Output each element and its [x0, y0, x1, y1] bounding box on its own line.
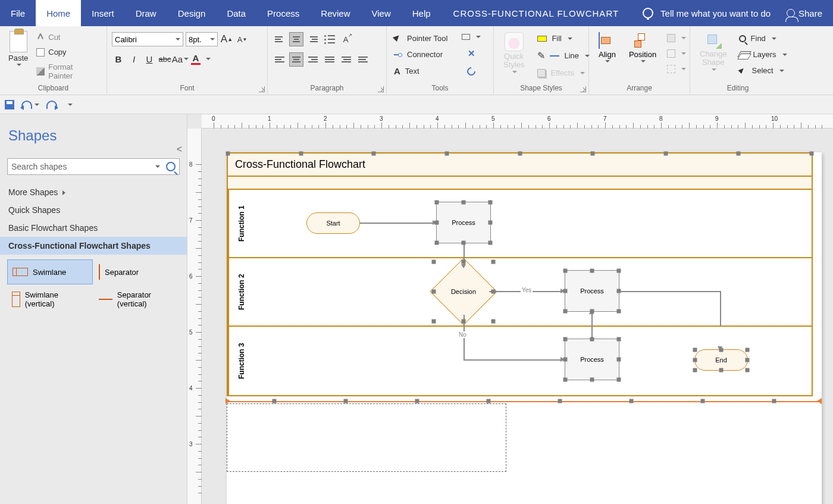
bring-front-button[interactable] [665, 32, 688, 44]
align-top-right-button[interactable] [306, 32, 320, 46]
justify-button[interactable] [322, 52, 337, 67]
bullets-button[interactable] [322, 32, 337, 46]
align-center-button[interactable] [289, 52, 303, 67]
align-left-button[interactable] [273, 52, 287, 67]
align-top-center-button[interactable] [289, 32, 303, 46]
process-shape-3[interactable]: Process [565, 339, 619, 380]
tab-view[interactable]: View [361, 0, 401, 26]
qat-customize-button[interactable] [68, 104, 73, 106]
chevron-down-icon[interactable] [206, 58, 211, 60]
tab-home[interactable]: Home [36, 0, 81, 26]
tell-me-search[interactable]: Tell me what you want to do [643, 8, 771, 18]
tab-review[interactable]: Review [310, 0, 361, 26]
align-right-button[interactable] [306, 52, 320, 67]
tab-file[interactable]: File [0, 0, 36, 26]
rotate-tool-button[interactable] [465, 65, 478, 77]
paste-button[interactable]: Paste [5, 29, 32, 68]
change-case-button[interactable]: Aa [174, 52, 187, 65]
phase-bar[interactable] [228, 177, 812, 190]
underline-button[interactable]: U [143, 52, 156, 65]
align-top-left-button[interactable] [273, 32, 287, 46]
font-color-button[interactable]: A [189, 52, 202, 65]
effects-button[interactable]: Effects [535, 67, 592, 79]
lane-content-3[interactable]: Process End [254, 327, 812, 395]
font-name-combo[interactable]: Calibri [112, 32, 183, 46]
cut-button[interactable]: Cut [34, 31, 102, 43]
select-button[interactable]: Select [737, 64, 790, 77]
chevron-down-icon [512, 71, 517, 73]
shape-styles-dialog-launcher[interactable] [580, 86, 586, 92]
paragraph-group-label: Paragraph [273, 84, 381, 93]
increase-font-button[interactable]: A▲ [220, 33, 233, 46]
swimlane-3[interactable]: Function 3 Process [228, 327, 812, 395]
save-button[interactable] [5, 100, 14, 109]
text-tool-button[interactable]: AText [392, 64, 450, 78]
group-button[interactable] [665, 63, 688, 75]
copy-button[interactable]: Copy [34, 46, 102, 58]
category-basic-flowchart[interactable]: Basic Flowchart Shapes [0, 219, 187, 237]
category-cross-functional[interactable]: Cross-Functional Flowchart Shapes [0, 237, 187, 255]
share-button[interactable]: Share [787, 8, 822, 18]
decrease-font-button[interactable]: A▼ [236, 33, 249, 46]
position-button[interactable]: Position [624, 30, 661, 65]
flowchart-container[interactable]: Cross-Functional Flowchart Function 1 St… [227, 152, 813, 396]
collapse-panel-button[interactable]: < [177, 144, 182, 155]
ribbon-group-arrange: Align Position Arrange [589, 26, 690, 95]
rectangle-tool-button[interactable] [459, 32, 483, 42]
flowchart-title[interactable]: Cross-Functional Flowchart [228, 154, 812, 177]
stencil-separator-vertical[interactable]: Separator (vertical) [94, 286, 180, 313]
bold-button[interactable]: B [112, 52, 125, 65]
paragraph-dialog-launcher[interactable] [378, 86, 384, 92]
search-icon[interactable] [166, 162, 176, 171]
change-shape-button[interactable]: ChangeShape [695, 30, 732, 73]
send-back-button[interactable] [665, 48, 688, 60]
lane-label-1[interactable]: Function 1 [228, 190, 254, 257]
format-painter-button[interactable]: Format Painter [34, 61, 102, 82]
connection-point-button[interactable]: ✕ [465, 46, 478, 61]
quick-styles-button[interactable]: QuickStyles [499, 30, 529, 76]
undo-button[interactable] [21, 101, 32, 109]
tab-help[interactable]: Help [402, 0, 441, 26]
process-shape-1[interactable]: Process [436, 202, 491, 243]
category-more-shapes[interactable]: More Shapes [0, 183, 187, 201]
page[interactable]: Cross-Functional Flowchart Function 1 St… [227, 152, 822, 504]
italic-button[interactable]: I [127, 52, 140, 65]
line-button[interactable]: ✎Line [535, 48, 592, 63]
swimlane-2[interactable]: Function 2 Decision [228, 258, 812, 327]
text-direction-button[interactable]: A↗ [339, 33, 352, 46]
stencil-swimlane[interactable]: Swimlane [7, 259, 93, 284]
process-shape-2[interactable]: Process [565, 270, 619, 312]
canvas[interactable]: Cross-Functional Flowchart Function 1 St… [202, 129, 833, 504]
decision-shape[interactable]: Decision [440, 268, 487, 315]
redo-button[interactable] [46, 101, 57, 109]
lane-label-3[interactable]: Function 3 [228, 327, 254, 395]
stencil-separator[interactable]: Separator [94, 259, 180, 284]
connector-tool-button[interactable]: Connector [392, 48, 450, 61]
category-quick-shapes[interactable]: Quick Shapes [0, 201, 187, 219]
tab-data[interactable]: Data [216, 0, 256, 26]
stencil-swimlane-vertical[interactable]: Swimlane (vertical) [7, 286, 93, 313]
find-button[interactable]: Find [737, 32, 790, 45]
tab-insert[interactable]: Insert [81, 0, 125, 26]
layers-button[interactable]: Layers [737, 48, 790, 61]
increase-indent-button[interactable] [356, 52, 370, 67]
font-dialog-launcher[interactable] [259, 86, 265, 92]
font-size-combo[interactable]: 8pt. [186, 32, 218, 46]
search-shapes-input[interactable]: Search shapes [7, 158, 180, 175]
pointer-tool-button[interactable]: Pointer Tool [392, 32, 450, 45]
decrease-indent-button[interactable] [339, 52, 353, 67]
swimlane-1[interactable]: Function 1 Start Process [228, 190, 812, 258]
tab-design[interactable]: Design [167, 0, 217, 26]
fill-button[interactable]: Fill [535, 32, 592, 45]
lane-label-2[interactable]: Function 2 [228, 258, 254, 325]
strikethrough-button[interactable]: abc [158, 52, 171, 65]
tab-process[interactable]: Process [256, 0, 310, 26]
chevron-down-icon[interactable] [35, 104, 39, 106]
start-shape[interactable]: Start [306, 212, 360, 234]
tab-draw[interactable]: Draw [125, 0, 167, 26]
lane-content-2[interactable]: Decision Process [254, 258, 812, 325]
end-shape[interactable]: End [694, 349, 748, 371]
no-label: No [458, 331, 468, 338]
lane-content-1[interactable]: Start Process [254, 190, 812, 257]
align-button[interactable]: Align [594, 30, 621, 65]
